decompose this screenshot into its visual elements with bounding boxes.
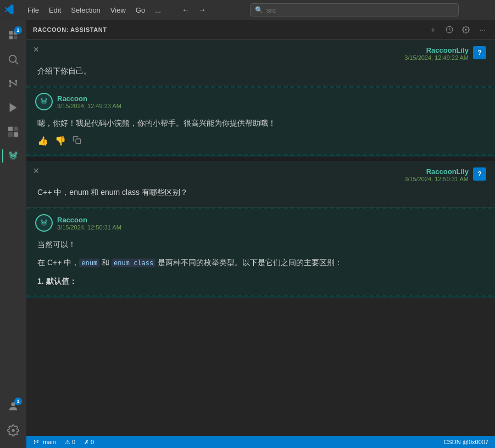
menu-selection[interactable]: Selection [66,4,104,16]
nav-forward-button[interactable]: → [195,4,209,15]
user-timestamp-1: 3/15/2024, 12:49:22 AM [404,54,469,61]
svg-point-30 [41,221,47,226]
svg-point-25 [45,100,46,102]
svg-rect-12 [8,132,13,137]
raccoon-response-text-2: 当然可以！ 在 C++ 中，enum 和 enum class 是两种不同的枚举… [35,238,486,287]
svg-rect-2 [9,36,13,39]
svg-point-37 [34,443,35,444]
settings-button[interactable] [460,24,472,36]
svg-rect-13 [14,132,18,137]
status-right: CSDN @0x0007 [442,439,491,445]
svg-point-4 [9,55,16,63]
svg-line-5 [15,61,18,64]
svg-marker-9 [10,103,17,113]
menu-view[interactable]: View [106,4,130,16]
extensions-activity-icon[interactable] [2,121,24,143]
raccoon-avatar-2 [35,214,53,232]
menu-bar: File Edit Selection View Go ... [23,4,165,16]
svg-point-34 [46,220,47,222]
user-message-text-1: 介绍下你自己。 [35,65,486,77]
run-activity-icon[interactable] [2,97,24,119]
status-left: main ⚠ 0 ✗ 0 [31,439,96,446]
thumbs-up-icon[interactable]: 👍 [37,136,48,147]
user-avatar-1: ? [473,46,486,59]
svg-point-35 [43,224,45,225]
close-conv1-button[interactable]: ✕ [33,45,40,54]
raccoon-response-1: Raccoon 3/15/2024, 12:49:23 AM 嗯，你好！我是代码… [26,86,495,156]
user-timestamp-2: 3/15/2024, 12:50:31 AM [404,176,469,182]
explorer-activity-icon[interactable]: 2 [2,24,24,46]
svg-point-19 [15,152,18,155]
close-conv2-button[interactable]: ✕ [33,166,40,175]
account-badge: 1 [14,397,22,405]
menu-more[interactable]: ... [151,4,165,16]
user-message-1-header: RaccoonLily 3/15/2024, 12:49:22 AM ? [35,46,486,61]
thumbs-down-icon[interactable]: 👎 [55,136,66,147]
code-enum: enum [79,259,99,267]
raccoon-time-2: 3/15/2024, 12:50:31 AM [57,224,121,231]
search-bar[interactable]: 🔍 [250,3,459,16]
more-options-button[interactable]: ··· [476,24,488,36]
svg-point-31 [42,222,43,223]
search-activity-icon[interactable] [2,48,24,70]
user-avatar-2: ? [473,167,486,181]
search-input[interactable] [266,6,454,14]
raccoon-activity-icon[interactable] [2,145,24,167]
search-magnifier-icon: 🔍 [255,6,263,14]
svg-point-24 [42,100,43,102]
svg-rect-0 [9,31,13,35]
raccoon-list-item1: 1. 默认值： [37,275,486,287]
svg-point-23 [41,100,47,104]
nav-back-button[interactable]: ← [179,4,193,15]
history-button[interactable] [443,24,455,36]
nav-buttons: ← → [179,4,209,15]
username-2: RaccoonLily [404,167,469,176]
username-1: RaccoonLily [404,46,469,54]
svg-point-16 [11,155,13,156]
status-csdn: CSDN @0x0007 [442,439,491,445]
raccoon-header-1: Raccoon 3/15/2024, 12:49:23 AM [35,93,486,110]
raccoon-meta-1: Raccoon 3/15/2024, 12:49:23 AM [57,94,121,109]
status-branch[interactable]: main [31,439,58,445]
svg-rect-11 [14,127,18,131]
svg-point-17 [14,155,16,156]
explorer-badge: 2 [14,26,22,34]
activity-bar: 2 1 [0,20,26,448]
user-meta-2: RaccoonLily 3/15/2024, 12:50:31 AM [404,167,469,182]
section-divider [26,156,495,161]
menu-file[interactable]: File [23,4,43,16]
titlebar: File Edit Selection View Go ... ← → 🔍 [0,0,495,20]
settings-activity-icon[interactable] [2,419,24,441]
main-layout: 2 1 [0,20,495,448]
svg-point-33 [41,220,42,222]
svg-point-20 [12,157,14,158]
copy-icon[interactable] [73,136,81,147]
user-message-2: ✕ RaccoonLily 3/15/2024, 12:50:31 AM ? C… [26,161,495,208]
svg-point-32 [45,222,46,223]
status-warnings[interactable]: ⚠ 0 [63,439,77,446]
source-control-activity-icon[interactable] [2,72,24,94]
raccoon-header-2: Raccoon 3/15/2024, 12:50:31 AM [35,214,486,232]
user-message-1: ✕ RaccoonLily 3/15/2024, 12:49:22 AM ? 介… [26,40,495,86]
raccoon-panel: RACCOON: ASSISTANT + ··· ✕ [26,20,495,436]
new-chat-button[interactable]: + [427,24,439,36]
panel-actions: + ··· [427,24,488,36]
svg-rect-10 [8,127,13,131]
status-bar: main ⚠ 0 ✗ 0 CSDN @0x0007 [26,436,495,448]
raccoon-actions-1: 👍 👎 [35,136,486,147]
chat-area[interactable]: ✕ RaccoonLily 3/15/2024, 12:49:22 AM ? 介… [26,40,495,436]
vscode-logo [4,4,14,16]
status-errors[interactable]: ✗ 0 [82,439,96,446]
svg-point-26 [41,98,42,100]
raccoon-body-text: 在 C++ 中，enum 和 enum class 是两种不同的枚举类型。以下是… [37,256,486,268]
account-activity-icon[interactable]: 1 [2,395,24,417]
panel-header: RACCOON: ASSISTANT + ··· [26,20,495,40]
svg-point-18 [9,152,12,155]
raccoon-meta-2: Raccoon 3/15/2024, 12:50:31 AM [57,216,121,231]
raccoon-response-2: Raccoon 3/15/2024, 12:50:31 AM 当然可以！ 在 C… [26,208,495,297]
menu-go[interactable]: Go [131,4,149,16]
raccoon-name-2: Raccoon [57,216,121,224]
menu-edit[interactable]: Edit [45,4,65,16]
panel-title: RACCOON: ASSISTANT [33,26,427,33]
raccoon-name-1: Raccoon [57,94,121,103]
